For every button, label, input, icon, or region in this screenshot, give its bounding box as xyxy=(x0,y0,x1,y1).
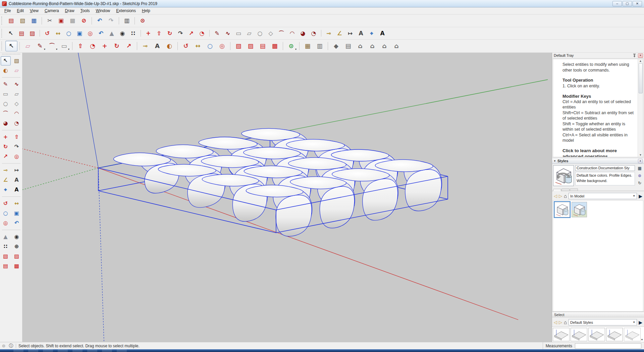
display-section-planes-button[interactable]: ▤ xyxy=(257,41,269,51)
two-point-arc-button[interactable]: ◠ xyxy=(12,109,22,118)
geolocation-status-icon[interactable]: ⊚ xyxy=(0,343,7,348)
select-tool-button[interactable]: ↖ xyxy=(1,56,11,65)
zoom-extents-button[interactable]: ◎ xyxy=(216,41,228,51)
display-section-cuts-button[interactable]: ▨ xyxy=(245,41,257,51)
scroll-thumb[interactable] xyxy=(639,63,643,93)
pin-icon[interactable] xyxy=(632,53,637,58)
rotated-rectangle-button[interactable]: ▱ xyxy=(12,89,22,99)
arc-button[interactable]: ⌒ xyxy=(1,109,11,118)
arc-flyout-button[interactable]: ⌒ xyxy=(46,41,58,51)
back-edges-button[interactable]: ▥ xyxy=(314,41,326,51)
style-thumbnail[interactable] xyxy=(572,202,587,217)
default-style-thumbnail[interactable] xyxy=(624,328,641,341)
home-icon[interactable]: ⌂ xyxy=(564,320,567,325)
zoom-extents-button[interactable]: ◎ xyxy=(85,29,96,38)
zoom-window-button[interactable]: ▣ xyxy=(12,209,22,218)
line-button[interactable]: ✎ xyxy=(1,80,11,89)
styles-tab[interactable] xyxy=(553,189,561,191)
two-point-arc-button[interactable]: ◠ xyxy=(287,29,298,38)
measurements-input[interactable] xyxy=(575,343,641,349)
menu-item[interactable]: Help xyxy=(139,8,153,14)
rotate-button[interactable]: ↻ xyxy=(164,29,175,38)
rotated-rectangle-button[interactable]: ▱ xyxy=(244,29,255,38)
menu-item[interactable]: Draw xyxy=(62,8,77,14)
styles-tab[interactable] xyxy=(570,188,578,191)
rotate-button[interactable]: ↻ xyxy=(1,142,11,151)
back-arrow-icon[interactable]: ◁ xyxy=(554,320,557,324)
3d-text-button[interactable]: A xyxy=(12,185,22,194)
section-plane-button[interactable]: ▧ xyxy=(1,252,11,261)
back-view-button[interactable]: ⌂ xyxy=(378,41,390,51)
default-style-thumbnail[interactable] xyxy=(606,328,623,341)
menu-item[interactable]: Edit xyxy=(14,8,27,14)
axes-button[interactable]: ⌖ xyxy=(1,185,11,194)
tape-measure-button[interactable]: ⊸ xyxy=(1,166,11,175)
eraser-button[interactable]: ▱ xyxy=(22,41,34,51)
model-viewport[interactable] xyxy=(22,53,552,342)
erase-button[interactable]: ⊘ xyxy=(78,16,90,26)
zoom-previous-button[interactable]: ↶ xyxy=(96,29,106,38)
model-info-button[interactable]: ⊙ xyxy=(137,16,148,26)
zoom-button[interactable]: ○ xyxy=(1,209,11,218)
left-view-button[interactable]: ⌂ xyxy=(390,41,402,51)
open-button[interactable]: ▧ xyxy=(17,16,28,26)
pan-button[interactable]: ↔ xyxy=(12,199,22,208)
line-button[interactable]: ✎ xyxy=(212,29,222,38)
offset-button[interactable]: ◔ xyxy=(87,41,99,51)
update-style-icon[interactable]: ↻ xyxy=(637,180,643,186)
create-style-icon[interactable]: ⊕ xyxy=(637,173,643,178)
zoom-button[interactable]: ○ xyxy=(204,41,216,51)
component-button[interactable]: ⊙ xyxy=(285,41,297,51)
offset-button[interactable]: ◔ xyxy=(197,29,207,38)
freehand-button[interactable]: ∿ xyxy=(222,29,233,38)
forward-arrow-icon[interactable]: ▷ xyxy=(559,320,562,324)
text-button[interactable]: A xyxy=(151,41,163,51)
zoom-previous-button[interactable]: ↶ xyxy=(12,218,22,228)
push-pull-button[interactable]: ⇧ xyxy=(154,29,164,38)
back-arrow-icon[interactable]: ◁ xyxy=(554,194,557,198)
push-pull-button[interactable]: ⇧ xyxy=(12,132,22,142)
position-camera-button[interactable]: ▲ xyxy=(1,232,11,241)
windows-taskbar[interactable] xyxy=(0,349,644,352)
arc-button[interactable]: ⌒ xyxy=(276,29,287,38)
secondary-pane-toggle-icon[interactable]: ▦ xyxy=(637,166,643,171)
look-around-button[interactable]: ◉ xyxy=(12,232,22,241)
instructor-scrollbar[interactable]: ▲ ▼ xyxy=(638,59,643,157)
text-button[interactable]: A xyxy=(356,29,366,38)
polygon-button[interactable]: ◇ xyxy=(265,29,276,38)
line-flyout-button[interactable]: ✎ xyxy=(34,41,46,51)
maximize-button[interactable]: ▢ xyxy=(623,1,632,6)
pie-button[interactable]: ◔ xyxy=(12,119,22,128)
forward-arrow-icon[interactable]: ▷ xyxy=(559,194,562,198)
follow-me-button[interactable]: ↷ xyxy=(12,142,22,151)
display-section-cuts-button[interactable]: ▨ xyxy=(12,252,22,261)
toolbar-grip[interactable] xyxy=(1,16,4,25)
redo-button[interactable]: ↷ xyxy=(105,16,117,26)
walk-button[interactable]: ∷ xyxy=(128,29,139,38)
style-collection-dropdown[interactable]: In Model ▼ xyxy=(569,193,637,199)
protractor-button[interactable]: ∠ xyxy=(1,175,11,185)
move-button[interactable]: + xyxy=(143,29,154,38)
undo-button[interactable]: ↶ xyxy=(94,16,105,26)
model-canvas[interactable] xyxy=(22,53,552,342)
position-camera-button[interactable]: ▲ xyxy=(106,29,117,38)
compass-button[interactable]: ⊕ xyxy=(12,242,22,251)
minimize-button[interactable]: – xyxy=(612,1,622,6)
rectangle-button[interactable]: ▭ xyxy=(233,29,244,38)
offset-button[interactable]: ◎ xyxy=(12,152,22,161)
save-button[interactable]: ▦ xyxy=(28,16,40,26)
default-style-thumbnail[interactable] xyxy=(588,328,605,341)
top-view-button[interactable]: ▤ xyxy=(342,41,354,51)
menu-item[interactable]: Window xyxy=(93,8,113,14)
styles-panel-header[interactable]: ▼ Styles ✕ xyxy=(552,158,644,164)
default-style-thumbnail[interactable] xyxy=(553,328,570,341)
scale-button[interactable]: ↗ xyxy=(1,152,11,161)
eraser-button[interactable]: ▱ xyxy=(12,66,22,75)
styles-close-icon[interactable]: ✕ xyxy=(638,159,643,163)
axes-button[interactable]: ⌖ xyxy=(366,29,377,38)
make-component-button[interactable]: ▧ xyxy=(12,56,22,65)
three-point-arc-button[interactable]: ◕ xyxy=(1,119,11,128)
freehand-button[interactable]: ∿ xyxy=(12,80,22,89)
default-style-thumbnail[interactable] xyxy=(571,328,587,341)
toolbar-grip[interactable] xyxy=(1,29,4,37)
